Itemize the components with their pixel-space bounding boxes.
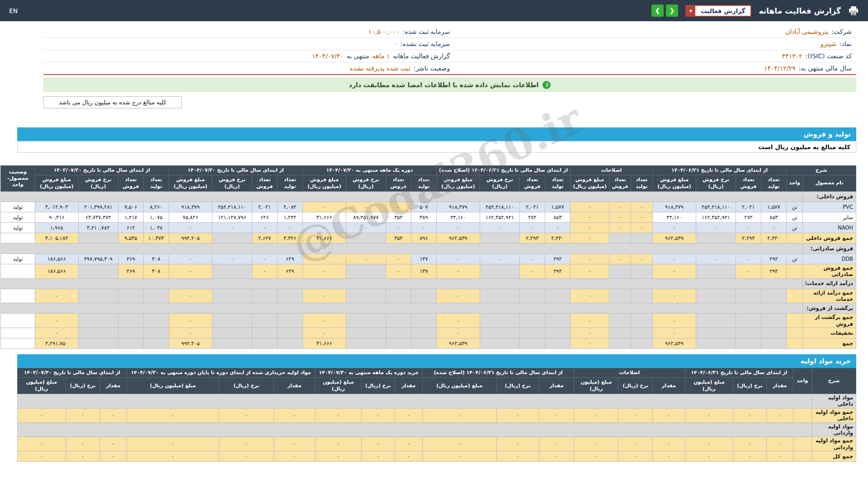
section-filler (0, 278, 802, 289)
section-row: مواد اولیه وارداتی (18, 422, 856, 437)
data-cell: ۰ (127, 408, 219, 422)
data-cell: ۰ (386, 202, 411, 212)
column-header: نرخ فروش (ریال) (78, 175, 118, 192)
data-cell: ۰ (302, 222, 346, 233)
data-cell (346, 328, 386, 338)
language-toggle[interactable]: EN (9, 7, 18, 14)
signature-match-text: اطلاعات نمایش داده شده با اطلاعات امضا ش… (349, 81, 538, 89)
data-cell (519, 289, 545, 303)
data-cell: ۰ (652, 314, 696, 328)
row-label: جمع (803, 338, 856, 349)
table-row: PVCتن۱,۵۷۷۲,۰۲۱۴۵۴,۴۱۸,۱۱۰۹۱۸,۳۷۹۰۰۰۱,۵۷… (0, 202, 856, 212)
data-cell: ۰ (346, 202, 386, 212)
data-cell (696, 338, 736, 349)
column-header: مبلغ فروش (میلیون ریال) (436, 175, 480, 192)
data-cell (761, 314, 787, 328)
data-cell: ۹۶۲,۵۳۹ (436, 338, 480, 349)
column-group-header: از ابتدای سال مالی تا تاریخ ۱۴۰۴/۰۶/۳۱ (652, 166, 786, 175)
data-cell: ۰ (436, 264, 480, 278)
data-cell (277, 314, 302, 328)
data-cell: ۰ (386, 264, 411, 278)
row-label: جمع درآمد ارائه خدمات (803, 289, 856, 303)
data-cell: ۰ (66, 408, 100, 422)
data-cell: ۰ (519, 264, 545, 278)
data-cell (386, 328, 411, 338)
data-cell: ۳,۱۰۵,۱۸۴ (35, 233, 78, 243)
data-cell: ۰ (685, 408, 733, 422)
data-cell (736, 328, 761, 338)
data-cell: ۴۴,۱۶۰ (652, 212, 696, 222)
data-cell: ۰ (35, 289, 78, 303)
data-cell: ۰ (35, 314, 78, 328)
info-field: وضعیت ناشر:ثبت شده پذیرفته نشده (48, 65, 450, 72)
section-row: فروش داخلی: (0, 191, 856, 202)
data-cell: تن (787, 222, 803, 233)
data-cell: ۰ (733, 408, 767, 422)
data-cell (78, 314, 118, 328)
data-cell: ۳۵۴ (386, 212, 411, 222)
field-value: ۱۴۰۴/۱۲/۲۹ (764, 65, 796, 72)
data-cell: ۰ (736, 222, 761, 233)
data-cell: ۰ (302, 202, 346, 212)
print-icon[interactable] (848, 6, 859, 16)
column-group-header: وضعیت محصول-واحد (0, 166, 35, 192)
table-row: جمع فروش صادراتی۴۹۲۰۰۰۴۹۲۰۰۱۳۷۰۰۶۲۹۰۰۳۰۸… (0, 264, 856, 278)
data-cell: ۰ (653, 408, 685, 422)
data-cell (519, 314, 545, 328)
column-header: تعداد تولید (411, 175, 436, 192)
data-cell (480, 328, 519, 338)
data-cell (631, 328, 652, 338)
data-cell: ۰ (618, 437, 653, 451)
section-title-production: تولید و فروش (17, 127, 856, 141)
column-group-header: شرح (787, 166, 856, 175)
data-cell: ۳,۲۱۰,۷۸۴ (78, 222, 118, 233)
info-field: شرکت:پتروشیمی آبادان (450, 28, 852, 35)
data-cell (0, 264, 35, 278)
report-type-dropdown[interactable]: ▾ گزارش فعالیت (685, 5, 751, 17)
data-cell (411, 289, 436, 303)
data-cell (212, 338, 252, 349)
prev-report-button[interactable]: ❮ (651, 5, 664, 17)
section-row: فروش صادراتی: (0, 243, 856, 253)
data-cell: ۰ (18, 408, 66, 422)
data-cell: ۰ (519, 222, 545, 233)
data-cell: ۰ (212, 222, 252, 233)
data-table: شرحاز ابتدای سال مالی تا تاریخ ۱۴۰۴/۰۶/۳… (0, 165, 856, 349)
data-cell: ۰ (436, 222, 480, 233)
data-cell: ۰ (496, 437, 539, 451)
column-header: تعداد فروش (252, 175, 277, 192)
data-cell: ۰ (480, 253, 519, 264)
row-label: PVC (803, 202, 856, 212)
data-cell: ۳۱,۶۶۶ (302, 338, 346, 349)
column-header: نرخ فروش (ریال) (480, 175, 519, 192)
data-cell: ۱,۲۴۲ (277, 212, 302, 222)
data-cell: ۹۰,۳۱۶ (35, 212, 78, 222)
row-label: جمع فروش صادراتی (803, 264, 856, 278)
table-row: جمع کل۰۰۰۰۰۰۰۰۰۰۰۰۰۰۰۰۰۰ (18, 451, 856, 462)
data-cell: ۹۶۲,۵۳۹ (436, 233, 480, 243)
column-group-header: مواد اولیه خریداری شده از ابتدای دوره تا… (127, 368, 315, 378)
column-group-header: از ابتدای سال مالی تا تاریخ ۱۴۰۴/۰۶/۳۱ (… (436, 166, 570, 175)
data-cell: ۰ (346, 222, 386, 233)
data-cell: ۰ (212, 253, 252, 264)
data-cell: ۶۲۹ (277, 253, 302, 264)
data-cell: ۰ (766, 408, 793, 422)
data-cell (78, 289, 118, 303)
report-type-label: گزارش فعالیت (695, 6, 750, 16)
data-cell: ۲,۲۹۳ (519, 233, 545, 243)
data-cell: ۰ (302, 253, 346, 264)
data-cell: ۰ (652, 328, 696, 338)
data-cell: ۰ (539, 437, 574, 451)
column-group-header: خرید دوره یک ماهه منتهی به ۱۴۰۴/۰۷/۳۰ (315, 368, 422, 378)
column-header: نرخ (ریال) (733, 378, 767, 394)
data-cell: ۷,۵۰۶ (118, 202, 143, 212)
data-cell (277, 289, 302, 303)
column-header: نرخ (ریال) (618, 378, 653, 394)
data-cell: ۰ (169, 222, 212, 233)
data-cell: ۰ (733, 451, 767, 462)
next-report-button[interactable]: ❯ (666, 5, 678, 17)
data-cell (212, 328, 252, 338)
section-title-materials: خرید مواد اولیه (17, 354, 856, 368)
raw-materials-section: خرید مواد اولیه شرحواحداز ابتدای سال مال… (17, 354, 856, 462)
data-cell (118, 314, 143, 328)
